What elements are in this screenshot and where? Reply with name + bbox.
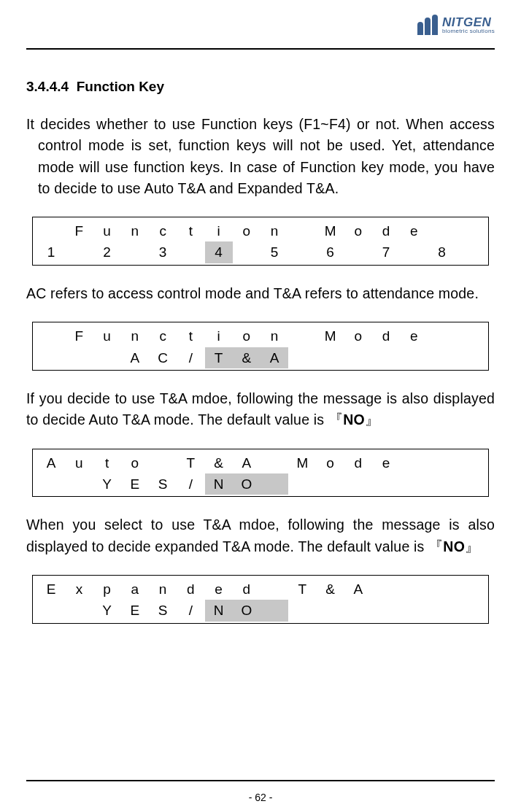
- lcd-cell: e: [400, 220, 428, 241]
- lcd-row: Function Mode: [37, 325, 484, 347]
- lcd-cell: n: [260, 325, 288, 347]
- lcd-cell: [288, 600, 316, 621]
- lcd-cell: n: [121, 220, 149, 241]
- lcd-cell: [400, 473, 428, 495]
- lcd-function-mode-ac-ta: Function Mode AC/T&A: [32, 322, 489, 371]
- lcd-cell: &: [205, 452, 233, 473]
- lcd-cell: [400, 241, 428, 263]
- lcd-cell: [93, 347, 121, 368]
- lcd-cell: d: [233, 579, 260, 600]
- lcd-cell: [317, 347, 344, 368]
- lcd-cell: [456, 220, 484, 241]
- lcd-cell: d: [344, 452, 372, 473]
- lcd-cell: e: [372, 452, 400, 473]
- lcd-cell: [428, 600, 456, 621]
- lcd-cell: o: [317, 452, 344, 473]
- lcd-cell: o: [233, 220, 260, 241]
- lcd-cell: [65, 347, 93, 368]
- lcd-cell: e: [205, 579, 233, 600]
- para4-bold: NO: [443, 538, 465, 554]
- lcd-cell: d: [372, 220, 400, 241]
- lcd-cell: [260, 452, 288, 473]
- lcd-cell: n: [121, 325, 149, 347]
- lcd-cell: [288, 241, 316, 263]
- page-number: - 62 -: [0, 792, 521, 803]
- footer-divider: [26, 780, 495, 781]
- lcd-cell: [233, 241, 260, 263]
- lcd-cell: 2: [93, 241, 121, 263]
- lcd-cell: [177, 241, 204, 263]
- lcd-cell: o: [233, 325, 260, 347]
- lcd-cell: F: [65, 325, 93, 347]
- lcd-cell: d: [177, 579, 204, 600]
- logo-text: NITGEN biometric solutions: [442, 16, 495, 34]
- lcd-cell: S: [149, 600, 177, 621]
- paragraph-1: It decides whether to use Function keys …: [26, 114, 495, 199]
- lcd-cell: p: [93, 579, 121, 600]
- lcd-cell: 3: [149, 241, 177, 263]
- lcd-row: YES/NO: [37, 473, 484, 495]
- lcd-cell: 7: [372, 241, 400, 263]
- lcd-cell: [456, 241, 484, 263]
- lcd-cell: Y: [93, 473, 121, 495]
- lcd-cell: u: [93, 325, 121, 347]
- lcd-cell: A: [121, 347, 149, 368]
- para3-bold: NO: [343, 411, 365, 428]
- lcd-cell: [372, 347, 400, 368]
- lcd-cell: [288, 473, 316, 495]
- lcd-cell: [428, 325, 456, 347]
- lcd-cell: [37, 473, 65, 495]
- header-divider: [26, 48, 495, 50]
- lcd-cell: T: [205, 347, 233, 368]
- lcd-cell: t: [177, 325, 204, 347]
- lcd-row: Expanded T&A: [37, 579, 484, 600]
- lcd-cell: [456, 347, 484, 368]
- lcd-cell: i: [205, 220, 233, 241]
- lcd-cell: E: [37, 579, 65, 600]
- lcd-row: AC/T&A: [37, 347, 484, 368]
- lcd-cell: [344, 241, 372, 263]
- page: NITGEN biometric solutions 3.4.4.4 Funct…: [0, 0, 521, 812]
- lcd-function-mode-numbers: Function Mode 1 2 3 4 5 6 7 8: [32, 217, 489, 266]
- lcd-cell: 4: [205, 241, 233, 263]
- lcd-cell: [428, 579, 456, 600]
- lcd-cell: [344, 600, 372, 621]
- lcd-cell: [37, 220, 65, 241]
- lcd-cell: [149, 452, 177, 473]
- lcd-cell: [428, 347, 456, 368]
- lcd-cell: /: [177, 473, 204, 495]
- lcd-cell: A: [344, 579, 372, 600]
- lcd-cell: [288, 325, 316, 347]
- logo: NITGEN biometric solutions: [417, 15, 495, 35]
- lcd-cell: [260, 600, 288, 621]
- logo-name: NITGEN: [442, 16, 495, 28]
- lcd-cell: T: [177, 452, 204, 473]
- lcd-cell: i: [205, 325, 233, 347]
- lcd-cell: e: [400, 325, 428, 347]
- lcd-cell: u: [93, 220, 121, 241]
- lcd-row: Function Mode: [37, 220, 484, 241]
- lcd-cell: [372, 473, 400, 495]
- lcd-cell: S: [149, 473, 177, 495]
- lcd-cell: o: [121, 452, 149, 473]
- lcd-cell: &: [233, 347, 260, 368]
- header: NITGEN biometric solutions: [26, 15, 495, 45]
- lcd-auto-ta-mode: Auto T&A Mode YES/NO: [32, 449, 489, 498]
- lcd-cell: O: [233, 473, 260, 495]
- lcd-row: Auto T&A Mode: [37, 452, 484, 473]
- lcd-cell: t: [177, 220, 204, 241]
- lcd-cell: [344, 347, 372, 368]
- lcd-cell: 5: [260, 241, 288, 263]
- lcd-cell: [37, 347, 65, 368]
- lcd-cell: d: [372, 325, 400, 347]
- lcd-cell: N: [205, 473, 233, 495]
- lcd-cell: 1: [37, 241, 65, 263]
- lcd-cell: [400, 452, 428, 473]
- lcd-cell: M: [288, 452, 316, 473]
- lcd-cell: [456, 452, 484, 473]
- para3-post: 』: [365, 411, 379, 428]
- lcd-cell: [344, 473, 372, 495]
- lcd-cell: [317, 473, 344, 495]
- lcd-cell: x: [65, 579, 93, 600]
- lcd-cell: o: [344, 220, 372, 241]
